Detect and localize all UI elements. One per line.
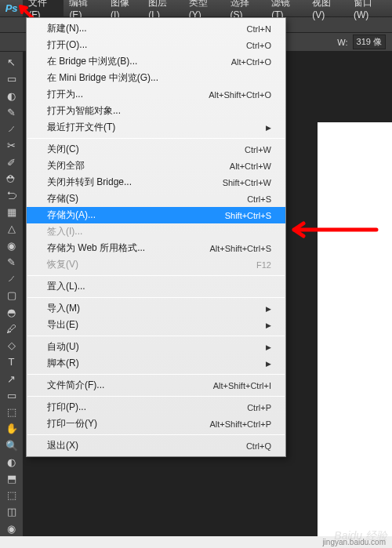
menu-item-shortcut: Shift+Ctrl+W bbox=[223, 178, 271, 187]
tool-18[interactable]: T bbox=[2, 354, 21, 369]
menu-separator bbox=[27, 297, 285, 298]
tool-5[interactable]: ✂ bbox=[2, 138, 21, 153]
menubar-item-4[interactable]: 类型(Y) bbox=[183, 0, 225, 16]
tool-11[interactable]: ◉ bbox=[2, 238, 21, 253]
watermark: Baidu 经验 bbox=[334, 529, 387, 543]
width-field[interactable]: 319 像 bbox=[353, 34, 386, 49]
document-canvas[interactable] bbox=[318, 122, 392, 536]
menu-item-0-0[interactable]: 新建(N)...Ctrl+N bbox=[27, 20, 285, 37]
tool-1[interactable]: ▭ bbox=[2, 71, 21, 86]
menu-item-6-0[interactable]: 打印(P)...Ctrl+P bbox=[27, 399, 285, 416]
tool-7[interactable]: ⛑ bbox=[2, 172, 21, 187]
menubar-item-5[interactable]: 选择(S) bbox=[225, 0, 267, 16]
menu-item-shortcut: Ctrl+N bbox=[247, 24, 271, 34]
tool-21[interactable]: ⬚ bbox=[2, 405, 21, 419]
menu-item-label: 在 Bridge 中浏览(B)... bbox=[47, 55, 231, 68]
tool-8[interactable]: ⮌ bbox=[2, 188, 21, 203]
menu-separator bbox=[27, 396, 285, 397]
tool-4[interactable]: ⟋ bbox=[2, 122, 21, 136]
menu-item-1-6[interactable]: 存储为 Web 所用格式...Alt+Shift+Ctrl+S bbox=[27, 240, 285, 256]
menubar-item-1[interactable]: 编辑(E) bbox=[64, 0, 105, 16]
menu-item-shortcut: Shift+Ctrl+S bbox=[225, 211, 271, 220]
menu-item-5-0[interactable]: 文件简介(F)...Alt+Shift+Ctrl+I bbox=[27, 377, 285, 394]
tool-22[interactable]: ✋ bbox=[2, 421, 21, 436]
menu-item-shortcut: Alt+Shift+Ctrl+I bbox=[213, 381, 271, 390]
menu-item-label: 签入(I)... bbox=[47, 225, 271, 238]
submenu-arrow-icon: ▶ bbox=[266, 124, 271, 132]
menu-item-3-0[interactable]: 导入(M)▶ bbox=[27, 300, 285, 317]
menubar-item-2[interactable]: 图像(I) bbox=[105, 0, 143, 16]
tool-27[interactable]: ◫ bbox=[2, 504, 21, 519]
menu-item-label: 置入(L)... bbox=[47, 280, 271, 293]
menu-item-0-6[interactable]: 最近打开文件(T)▶ bbox=[27, 119, 285, 136]
menu-item-shortcut: Ctrl+P bbox=[247, 403, 271, 412]
submenu-arrow-icon: ▶ bbox=[266, 343, 271, 351]
tool-3[interactable]: ✎ bbox=[2, 105, 21, 120]
menubar: Ps 文件(F)编辑(E)图像(I)图层(L)类型(Y)选择(S)滤镜(T)视图… bbox=[0, 0, 392, 17]
tool-2[interactable]: ◐ bbox=[2, 88, 21, 103]
menubar-item-8[interactable]: 窗口(W) bbox=[348, 0, 392, 16]
menu-item-label: 恢复(V) bbox=[47, 258, 256, 271]
menu-item-6-1[interactable]: 打印一份(Y)Alt+Shift+Ctrl+P bbox=[27, 416, 285, 432]
tool-12[interactable]: ✎ bbox=[2, 255, 21, 270]
submenu-arrow-icon: ▶ bbox=[266, 305, 271, 313]
menu-item-shortcut: Ctrl+W bbox=[245, 145, 271, 154]
menu-item-label: 自动(U) bbox=[47, 340, 263, 354]
tool-0[interactable]: ↖ bbox=[2, 55, 21, 70]
menu-item-2-0[interactable]: 置入(L)... bbox=[27, 278, 285, 295]
menu-item-0-3[interactable]: 在 Mini Bridge 中浏览(G)... bbox=[27, 70, 285, 86]
menu-item-label: 导入(M) bbox=[47, 302, 263, 315]
menu-item-0-2[interactable]: 在 Bridge 中浏览(B)...Alt+Ctrl+O bbox=[27, 53, 285, 70]
menubar-item-6[interactable]: 滤镜(T) bbox=[266, 0, 307, 16]
tool-26[interactable]: ⬚ bbox=[2, 488, 21, 503]
tool-16[interactable]: 🖊 bbox=[2, 321, 21, 336]
menubar-item-7[interactable]: 视图(V) bbox=[307, 0, 348, 16]
menu-item-7-0[interactable]: 退出(X)Ctrl+Q bbox=[27, 437, 285, 454]
tool-14[interactable]: ▢ bbox=[2, 288, 21, 303]
tool-15[interactable]: ◓ bbox=[2, 305, 21, 320]
tool-28[interactable]: ◉ bbox=[2, 521, 21, 536]
menu-item-label: 存储(S) bbox=[47, 192, 247, 205]
menu-item-0-5[interactable]: 打开为智能对象... bbox=[27, 103, 285, 119]
menu-item-1-0[interactable]: 关闭(C)Ctrl+W bbox=[27, 141, 285, 158]
menubar-item-3[interactable]: 图层(L) bbox=[143, 0, 183, 16]
tool-24[interactable]: ◐ bbox=[2, 455, 21, 470]
tool-17[interactable]: ◇ bbox=[2, 338, 21, 353]
menu-item-label: 关闭并转到 Bridge... bbox=[47, 176, 223, 189]
tool-9[interactable]: ▦ bbox=[2, 205, 21, 220]
tool-6[interactable]: ✐ bbox=[2, 154, 21, 169]
menu-item-0-1[interactable]: 打开(O)...Ctrl+O bbox=[27, 37, 285, 53]
menu-separator bbox=[27, 336, 285, 336]
menu-item-label: 存储为(A)... bbox=[47, 209, 225, 222]
tool-10[interactable]: △ bbox=[2, 221, 21, 236]
menu-item-1-1[interactable]: 关闭全部Alt+Ctrl+W bbox=[27, 158, 285, 174]
menu-item-label: 打印(P)... bbox=[47, 401, 247, 414]
menu-item-label: 打开(O)... bbox=[47, 38, 246, 52]
menu-item-label: 关闭全部 bbox=[47, 159, 230, 172]
menu-item-label: 打印一份(Y) bbox=[47, 417, 209, 430]
tool-23[interactable]: 🔍 bbox=[2, 437, 21, 452]
menu-item-4-0[interactable]: 自动(U)▶ bbox=[27, 339, 285, 355]
submenu-arrow-icon: ▶ bbox=[266, 360, 271, 368]
menu-item-1-4[interactable]: 存储为(A)...Shift+Ctrl+S bbox=[27, 207, 285, 223]
tools-panel: ↖▭◐✎⟋✂✐⛑⮌▦△◉✎⟋▢◓🖊◇T↗▭⬚✋🔍◐⬒⬚◫◉ bbox=[0, 52, 24, 536]
menu-item-0-4[interactable]: 打开为...Alt+Shift+Ctrl+O bbox=[27, 86, 285, 103]
tool-25[interactable]: ⬒ bbox=[2, 471, 21, 486]
menu-item-shortcut: Alt+Shift+Ctrl+S bbox=[209, 244, 271, 253]
menu-item-1-7: 恢复(V)F12 bbox=[27, 256, 285, 273]
tool-13[interactable]: ⟋ bbox=[2, 271, 21, 286]
tool-19[interactable]: ↗ bbox=[2, 371, 21, 386]
menu-item-label: 最近打开文件(T) bbox=[47, 121, 263, 134]
tool-20[interactable]: ▭ bbox=[2, 388, 21, 403]
menu-item-4-1[interactable]: 脚本(R)▶ bbox=[27, 355, 285, 372]
menu-item-1-3[interactable]: 存储(S)Ctrl+S bbox=[27, 191, 285, 207]
menu-item-label: 退出(X) bbox=[47, 439, 246, 452]
menu-item-1-2[interactable]: 关闭并转到 Bridge...Shift+Ctrl+W bbox=[27, 174, 285, 191]
menu-item-label: 在 Mini Bridge 中浏览(G)... bbox=[47, 71, 271, 85]
annotation-arrow-right bbox=[286, 218, 380, 245]
menu-item-label: 关闭(C) bbox=[47, 143, 245, 156]
menu-item-label: 打开为智能对象... bbox=[47, 104, 271, 118]
menu-item-shortcut: Ctrl+Q bbox=[246, 441, 271, 451]
footer: jingyan.baidu.com bbox=[0, 536, 392, 548]
menu-item-3-1[interactable]: 导出(E)▶ bbox=[27, 317, 285, 333]
